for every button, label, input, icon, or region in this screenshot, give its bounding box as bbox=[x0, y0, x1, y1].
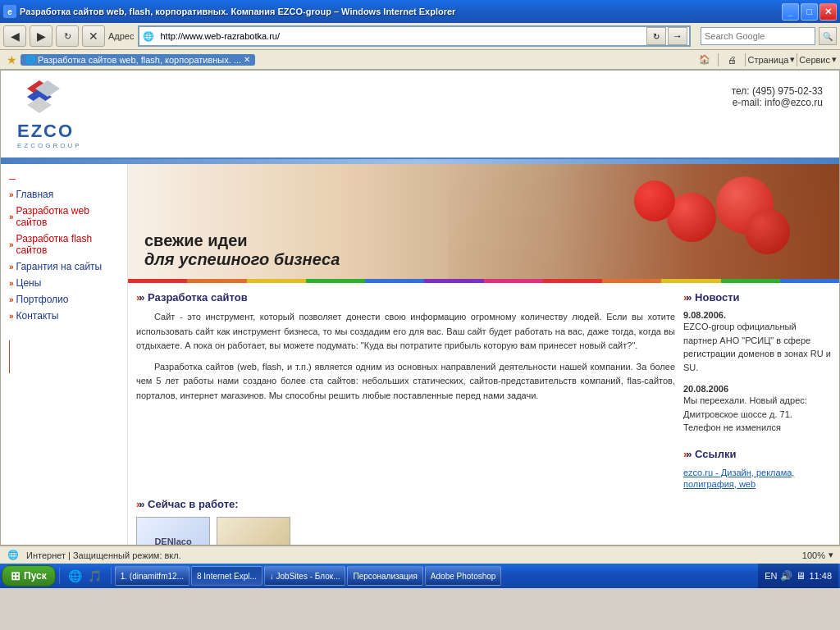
work-thumbnails: DENlaco bbox=[136, 517, 831, 546]
quick-launch: 🌐 🎵 bbox=[63, 567, 107, 585]
nav-arrow-icon: » bbox=[9, 295, 14, 304]
zoom-control[interactable]: 100% ▾ bbox=[802, 550, 833, 560]
link-item-1[interactable]: ezco.ru - Дизайн, реклама, полиграфия, w… bbox=[683, 467, 831, 490]
start-button[interactable]: ⊞ Пуск bbox=[2, 565, 56, 587]
news-section-title: » » Новости bbox=[683, 291, 831, 304]
window-controls: _ □ ✕ bbox=[782, 3, 837, 21]
link-1[interactable]: ezco.ru - Дизайн, реклама, полиграфия, w… bbox=[683, 468, 794, 489]
status-globe-icon: 🌐 bbox=[7, 549, 20, 562]
thumbnail-2 bbox=[217, 517, 290, 546]
zoom-value: 100% bbox=[802, 550, 825, 560]
main-paragraph-2: Разработка сайтов (web, flash, и т.п.) я… bbox=[136, 360, 675, 404]
tab-active[interactable]: 🌐 Разработка сайтов web, flash, корпорат… bbox=[21, 54, 255, 66]
back-button[interactable]: ◀ bbox=[3, 25, 26, 47]
tab-close-icon[interactable]: ✕ bbox=[244, 55, 250, 64]
ie-toolbar: ◀ ▶ ↻ ✕ Адрес 🌐 ↻ → 🔍 ★ 🌐 Разработка сай… bbox=[0, 23, 840, 70]
nav-link-home[interactable]: Главная bbox=[16, 189, 54, 200]
maximize-button[interactable]: □ bbox=[801, 3, 818, 21]
nav-link-portfolio[interactable]: Портфолио bbox=[16, 294, 69, 305]
stop-button[interactable]: ✕ bbox=[82, 25, 105, 47]
nav-arrow-icon: » bbox=[9, 190, 14, 199]
news-text-1: EZCO-group официальный партнер АНО "РСИЦ… bbox=[683, 320, 831, 374]
nav-item-flash[interactable]: » Разработка flash сайтов bbox=[9, 231, 119, 258]
main-section-title: » » Разработка сайтов bbox=[136, 291, 675, 304]
taskbar-btn-persona-label: Персонализация bbox=[353, 572, 417, 581]
media-quick-icon[interactable]: 🎵 bbox=[86, 567, 104, 585]
header-contact: тел: (495) 975-02-33 e-mail: info@ezco.r… bbox=[732, 79, 823, 108]
nav-link-warranty[interactable]: Гарантия на сайты bbox=[16, 261, 103, 272]
go-button[interactable]: → bbox=[668, 27, 687, 45]
work-label: » Сейчас в работе: bbox=[139, 498, 238, 510]
nav-item-contacts[interactable]: » Контакты bbox=[9, 308, 119, 324]
taskbar-btn-photoshop[interactable]: Adobe Photoshop bbox=[425, 566, 502, 586]
nav-bottom-divider bbox=[9, 340, 10, 373]
taskbar-btn-dinamit-label: 1. (dinamitfm12... bbox=[121, 572, 184, 581]
nav-item-prices[interactable]: » Цены bbox=[9, 275, 119, 291]
content-right: » » Новости 9.08.2006. EZCO-group официа… bbox=[683, 291, 831, 490]
refresh-icon[interactable]: ↻ bbox=[646, 27, 666, 45]
nav-item-portfolio[interactable]: » Портфолио bbox=[9, 291, 119, 308]
site-body: » Главная » Разработка web сайтов » Разр… bbox=[1, 164, 839, 546]
home-button[interactable]: 🏠 bbox=[693, 52, 716, 68]
lang-indicator: EN bbox=[765, 571, 777, 581]
nav-link-flash[interactable]: Разработка flash сайтов bbox=[16, 233, 119, 256]
nav-arrow-icon: » bbox=[9, 262, 14, 272]
svg-text:e: e bbox=[7, 7, 12, 16]
taskbar-btn-ie[interactable]: 8 Internet Expl... bbox=[191, 566, 262, 586]
logo-image bbox=[17, 79, 62, 118]
taskbar: ⊞ Пуск 🌐 🎵 1. (dinamitfm12... 8 Internet… bbox=[0, 564, 840, 588]
news-item-1: 9.08.2006. EZCO-group официальный партне… bbox=[683, 310, 831, 374]
search-input[interactable] bbox=[701, 27, 815, 45]
close-button[interactable]: ✕ bbox=[819, 3, 837, 21]
links-label: » Ссылки bbox=[686, 448, 736, 460]
taskbar-btn-photoshop-label: Adobe Photoshop bbox=[431, 572, 496, 581]
nav-link-web[interactable]: Разработка web сайтов bbox=[16, 205, 119, 228]
nav-item-home[interactable]: » Главная bbox=[9, 186, 119, 203]
hero-text: свежие идеи для успешного бизнеса bbox=[144, 231, 340, 269]
taskbar-btn-dinamit[interactable]: 1. (dinamitfm12... bbox=[115, 566, 189, 586]
window-title: Разработка сайтов web, flash, корпоратив… bbox=[20, 7, 778, 16]
url-input[interactable] bbox=[158, 27, 647, 45]
taskbar-separator-2 bbox=[111, 568, 112, 584]
site-header: EZCO EZCOGROUP тел: (495) 975-02-33 e-ma… bbox=[1, 71, 839, 159]
phone-text: тел: (495) 975-02-33 bbox=[732, 85, 823, 97]
thumbnail-1: DENlaco bbox=[136, 517, 210, 546]
rainbow-bar bbox=[128, 279, 839, 283]
news-label: » Новости bbox=[686, 291, 739, 304]
taskbar-btn-ie-label: 8 Internet Expl... bbox=[197, 572, 257, 581]
start-label: Пуск bbox=[24, 570, 47, 582]
nav-link-prices[interactable]: Цены bbox=[16, 277, 42, 289]
toolbar-right: 🏠 🖨 Страница▾ Сервис▾ bbox=[693, 52, 837, 68]
logo-subtext: EZCOGROUP bbox=[17, 142, 124, 149]
hero-line1: свежие идеи bbox=[144, 231, 340, 250]
main-section-label: » Разработка сайтов bbox=[139, 291, 247, 304]
print-button[interactable]: 🖨 bbox=[720, 52, 743, 68]
volume-icon[interactable]: 🔊 bbox=[780, 570, 792, 582]
ie-quick-icon[interactable]: 🌐 bbox=[66, 567, 84, 585]
address-label: Адрес bbox=[108, 31, 135, 41]
taskbar-btn-jobsites-label: ↓ JobSites - Блок... bbox=[270, 572, 340, 581]
search-button[interactable]: 🔍 bbox=[819, 27, 837, 45]
nav-item-web[interactable]: » Разработка web сайтов bbox=[9, 203, 119, 231]
content-left: » » Разработка сайтов Сайт - это инструм… bbox=[136, 291, 675, 490]
browser-content: EZCO EZCOGROUP тел: (495) 975-02-33 e-ma… bbox=[0, 70, 840, 546]
page-button[interactable]: Страница▾ bbox=[747, 54, 795, 65]
address-bar: Адрес 🌐 ↻ → bbox=[108, 25, 691, 47]
links-section-title: » » Ссылки bbox=[683, 448, 831, 460]
favorites-icon: ★ bbox=[7, 53, 17, 66]
refresh-button[interactable]: ↻ bbox=[56, 25, 79, 47]
forward-button[interactable]: ▶ bbox=[30, 25, 52, 47]
search-bar: 🔍 bbox=[694, 27, 837, 45]
nav-item-warranty[interactable]: » Гарантия на сайты bbox=[9, 258, 119, 275]
nav-bar: ◀ ▶ ↻ ✕ Адрес 🌐 ↻ → 🔍 bbox=[0, 23, 840, 49]
service-button[interactable]: Сервис▾ bbox=[799, 54, 837, 65]
minimize-button[interactable]: _ bbox=[782, 3, 799, 21]
logo-text: EZCO bbox=[17, 121, 124, 142]
hero-overlay bbox=[448, 164, 839, 279]
nav-arrow-icon: » bbox=[9, 212, 14, 221]
taskbar-btn-jobsites[interactable]: ↓ JobSites - Блок... bbox=[264, 566, 346, 586]
nav-arrow-icon: » bbox=[9, 240, 14, 249]
news-date-1: 9.08.2006. bbox=[683, 310, 831, 320]
nav-link-contacts[interactable]: Контакты bbox=[16, 310, 59, 322]
taskbar-btn-persona[interactable]: Персонализация bbox=[347, 566, 422, 586]
